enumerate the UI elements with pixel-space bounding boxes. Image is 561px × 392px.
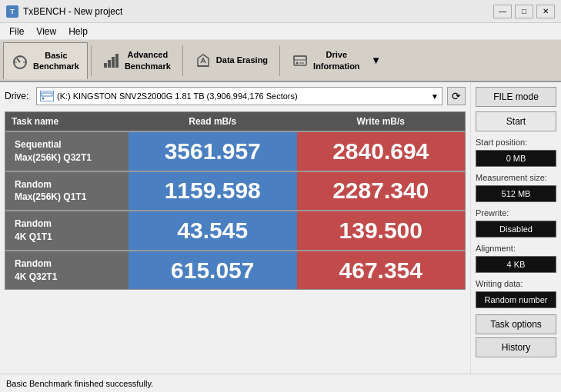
drive-information-icon <box>292 52 309 69</box>
data-erasing-icon <box>195 52 212 69</box>
svg-rect-7 <box>294 56 306 65</box>
row-1-read: 1159.598 <box>129 172 297 211</box>
menu-file[interactable]: File <box>3 25 30 38</box>
advanced-benchmark-label: AdvancedBenchmark <box>125 49 171 71</box>
row-1-write: 2287.340 <box>297 172 466 211</box>
row-2-write: 139.500 <box>297 211 466 250</box>
writing-data-value: Random number <box>476 291 556 308</box>
task-options-button[interactable]: Task options <box>476 314 556 334</box>
benchmark-table: Task name Read mB/s Write mB/s Sequentia… <box>5 111 466 290</box>
writing-data-label: Writing data: <box>476 279 556 288</box>
separator-1 <box>91 45 92 76</box>
table-row: SequentialMax(256K) Q32T1 3561.957 2840.… <box>5 131 465 171</box>
title-bar-left: T TxBENCH - New project <box>6 5 122 18</box>
header-task: Task name <box>5 112 129 131</box>
svg-point-9 <box>296 61 299 64</box>
row-1-label: RandomMax(256K) Q1T1 <box>5 172 129 211</box>
basic-benchmark-icon <box>12 52 28 69</box>
table-row: RandomMax(256K) Q1T1 1159.598 2287.340 <box>5 171 465 211</box>
separator-2 <box>182 45 183 76</box>
drive-label: Drive: <box>5 91 32 101</box>
table-row: Random4K Q32T1 615.057 467.354 <box>5 250 465 290</box>
row-2-label: Random4K Q1T1 <box>5 211 129 250</box>
status-text: Basic Benchmark finished successfully. <box>6 379 153 388</box>
app-icon: T <box>6 5 18 18</box>
drive-refresh-button[interactable]: ⟳ <box>447 87 466 105</box>
title-bar-controls: — □ ✕ <box>493 5 555 18</box>
row-3-label: Random4K Q32T1 <box>5 251 129 290</box>
separator-3 <box>279 45 280 76</box>
toolbar-dropdown-arrow[interactable]: ▼ <box>370 42 382 79</box>
advanced-benchmark-icon <box>103 52 120 69</box>
start-position-label: Start position: <box>476 138 556 147</box>
drive-select[interactable]: (K:) KINGSTON SNV2S2000G 1.81 TB (3,906,… <box>36 87 442 105</box>
refresh-icon: ⟳ <box>452 90 461 102</box>
menu-help[interactable]: Help <box>62 25 94 38</box>
drive-information-label: DriveInformation <box>313 49 360 71</box>
right-panel: FILE mode Start Start position: 0 MB Mea… <box>470 82 561 374</box>
measurement-size-value: 512 MB <box>476 185 556 202</box>
header-read: Read mB/s <box>129 112 297 131</box>
menu-bar: File View Help <box>0 23 561 40</box>
svg-line-1 <box>17 58 20 62</box>
prewrite-label: Prewrite: <box>476 208 556 218</box>
row-0-write: 2840.694 <box>297 132 466 171</box>
toolbar: BasicBenchmark AdvancedBenchmark Data Er… <box>0 40 561 82</box>
menu-view[interactable]: View <box>30 25 62 38</box>
header-write: Write mB/s <box>297 112 466 131</box>
alignment-label: Alignment: <box>476 244 556 253</box>
measurement-size-label: Measurement size: <box>476 173 556 182</box>
left-panel: Drive: (K:) KINGSTON SNV2S2000G 1.81 TB … <box>0 82 470 374</box>
maximize-button[interactable]: □ <box>515 5 533 18</box>
drive-row: Drive: (K:) KINGSTON SNV2S2000G 1.81 TB … <box>5 87 466 105</box>
row-2-read: 43.545 <box>129 211 297 250</box>
row-3-read: 615.057 <box>129 251 297 290</box>
window-title: TxBENCH - New project <box>23 6 122 17</box>
prewrite-value: Disabled <box>476 221 556 238</box>
basic-benchmark-label: BasicBenchmark <box>33 50 79 72</box>
drive-select-arrow: ▼ <box>431 92 439 101</box>
row-0-label: SequentialMax(256K) Q32T1 <box>5 132 129 171</box>
data-erasing-label: Data Erasing <box>216 55 268 65</box>
main-content: Drive: (K:) KINGSTON SNV2S2000G 1.81 TB … <box>0 82 561 374</box>
title-bar: T TxBENCH - New project — □ ✕ <box>0 0 561 23</box>
status-bar: Basic Benchmark finished successfully. <box>0 374 561 392</box>
table-header: Task name Read mB/s Write mB/s <box>5 112 465 131</box>
minimize-button[interactable]: — <box>493 5 512 18</box>
svg-point-13 <box>42 98 45 100</box>
toolbar-drive-information[interactable]: DriveInformation <box>283 42 369 79</box>
close-button[interactable]: ✕ <box>536 5 555 18</box>
table-row: Random4K Q1T1 43.545 139.500 <box>5 210 465 250</box>
file-mode-button[interactable]: FILE mode <box>476 87 556 107</box>
history-button[interactable]: History <box>476 337 556 357</box>
start-button[interactable]: Start <box>476 111 556 131</box>
drive-value: (K:) KINGSTON SNV2S2000G 1.81 TB (3,906,… <box>57 91 298 101</box>
alignment-value: 4 KB <box>476 256 556 273</box>
toolbar-basic-benchmark[interactable]: BasicBenchmark <box>3 42 88 79</box>
toolbar-advanced-benchmark[interactable]: AdvancedBenchmark <box>95 42 179 79</box>
row-0-read: 3561.957 <box>129 132 297 171</box>
row-3-write: 467.354 <box>297 251 466 290</box>
toolbar-data-erasing[interactable]: Data Erasing <box>186 42 276 79</box>
svg-rect-12 <box>42 93 52 96</box>
start-position-value: 0 MB <box>476 150 556 167</box>
